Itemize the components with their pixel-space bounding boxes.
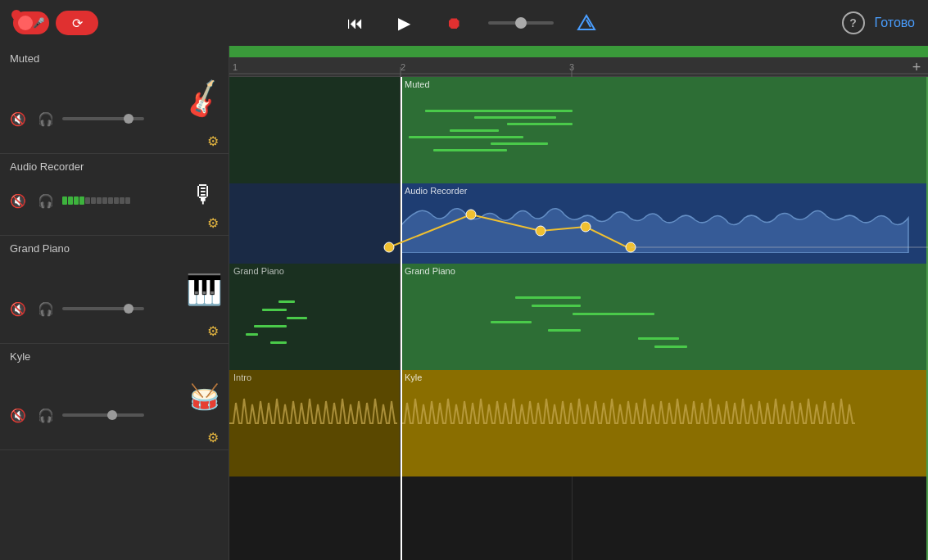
solo-button-piano[interactable]: 🎧	[34, 297, 57, 320]
audio-segment-1[interactable]	[229, 183, 401, 264]
piano-segment-2[interactable]: Grand Piano	[401, 264, 928, 370]
kyle-waveform-1	[229, 386, 400, 460]
timeline-ruler: 1 2 3 // ruler ticks drawn via inline SV…	[229, 57, 928, 77]
track-controls-kyle: 🔇 🎧	[7, 404, 144, 427]
help-button[interactable]: ?	[842, 11, 865, 34]
track-header-kyle: Kyle 🔇 🎧 🥁 ⚙	[0, 344, 229, 450]
track-controls-audio: 🔇 🎧	[7, 189, 130, 212]
audio-segment-2[interactable]: Audio Recorder	[401, 183, 928, 264]
volume-slider-kyle[interactable]	[62, 413, 144, 417]
solo-button-kyle[interactable]: 🎧	[34, 404, 57, 427]
send-button-audio[interactable]: ⚙	[207, 215, 219, 232]
track-name-piano: Grand Piano	[10, 242, 70, 255]
mute-button-kyle[interactable]: 🔇	[7, 404, 29, 427]
track-icon-audio: 🎙	[186, 170, 222, 219]
metronome-icon[interactable]	[573, 10, 600, 36]
track-controls-muted: 🔇 🎧	[7, 107, 144, 130]
record-button[interactable]: ⏺	[439, 8, 469, 38]
timeline-area: 1 2 3 // ruler ticks drawn via inline SV…	[229, 46, 928, 560]
kyle-segment-2-label: Kyle	[401, 370, 928, 385]
volume-slider-piano[interactable]	[62, 307, 144, 310]
midi-notes-muted	[409, 102, 924, 167]
audio-segment-label: Audio Recorder	[401, 183, 928, 198]
mute-button-muted[interactable]: 🔇	[7, 107, 29, 130]
track-name-muted: Muted	[10, 52, 39, 65]
kyle-waveform-2	[401, 386, 928, 460]
play-button[interactable]: ▶	[390, 8, 419, 38]
record-badge[interactable]: 🎤	[13, 11, 49, 34]
audio-waveform	[401, 200, 928, 253]
kyle-track-row[interactable]: Intro Kyle	[229, 370, 928, 476]
volume-slider-muted[interactable]	[62, 117, 144, 120]
kyle-segment-2[interactable]: Kyle	[401, 370, 928, 476]
midi-notes-piano-1	[238, 288, 396, 354]
track-header-piano: Grand Piano 🔇 🎧 🎹 ⚙	[0, 236, 229, 344]
done-button[interactable]: Готово	[875, 16, 915, 30]
track-icon-kyle: 🥁	[186, 373, 222, 422]
muted-segment-label: Muted	[401, 77, 928, 92]
track-header-audio: Audio Recorder 🔇 🎧	[0, 154, 229, 236]
rewind-button[interactable]: ⏮	[341, 8, 370, 38]
tracks-container[interactable]: Muted	[229, 77, 928, 560]
solo-button-audio[interactable]: 🎧	[34, 189, 57, 212]
solo-button-muted[interactable]: 🎧	[34, 107, 57, 130]
track-icon-muted: 🎸	[186, 75, 222, 124]
toolbar: 🎤 ⟳ ⏮ ▶ ⏺ ? Готово	[0, 0, 928, 46]
toolbar-left: 🎤 ⟳	[13, 11, 98, 35]
level-bar-audio	[62, 196, 130, 205]
midi-notes-piano-2	[409, 288, 924, 354]
muted-track-row[interactable]: Muted	[229, 77, 928, 183]
kyle-segment-1-label: Intro	[229, 370, 400, 385]
audio-recorder-track-row[interactable]: Audio Recorder	[229, 183, 928, 264]
svg-marker-0	[578, 16, 595, 29]
piano-segment-1-label: Grand Piano	[229, 264, 400, 278]
piano-segment-2-label: Grand Piano	[401, 264, 928, 278]
toolbar-center: ⏮ ▶ ⏺	[341, 8, 600, 38]
toolbar-right: ? Готово	[842, 11, 915, 34]
track-name-audio: Audio Recorder	[10, 160, 84, 173]
track-header-muted: Muted 🔇 🎧 🎸 ⚙	[0, 46, 229, 154]
volume-slider[interactable]	[488, 21, 554, 25]
main-content: Muted 🔇 🎧 🎸 ⚙ Audio Recorder 🔇 🎧	[0, 46, 928, 560]
track-name-kyle: Kyle	[10, 350, 30, 363]
kyle-segment-1[interactable]: Intro	[229, 370, 401, 476]
sidebar: Muted 🔇 🎧 🎸 ⚙ Audio Recorder 🔇 🎧	[0, 46, 229, 560]
top-green-bar	[229, 46, 928, 57]
grand-piano-track-row[interactable]: Grand Piano Grand Piano	[229, 264, 928, 370]
playhead	[401, 77, 402, 560]
track-icon-piano: 🎹	[186, 265, 222, 314]
piano-segment-1[interactable]: Grand Piano	[229, 264, 401, 370]
mute-button-audio[interactable]: 🔇	[7, 189, 29, 212]
send-button-kyle[interactable]: ⚙	[207, 429, 219, 446]
send-button-muted[interactable]: ⚙	[207, 133, 219, 150]
send-button-piano[interactable]: ⚙	[207, 323, 219, 340]
ruler-ticks: // ruler ticks drawn via inline SVG	[229, 57, 928, 77]
muted-segment-2[interactable]: Muted	[401, 77, 928, 183]
add-track-button[interactable]: +	[905, 57, 928, 77]
mute-button-piano[interactable]: 🔇	[7, 297, 29, 320]
muted-segment-1[interactable]	[229, 77, 401, 183]
track-controls-piano: 🔇 🎧	[7, 297, 144, 320]
loop-toggle[interactable]: ⟳	[56, 11, 98, 35]
